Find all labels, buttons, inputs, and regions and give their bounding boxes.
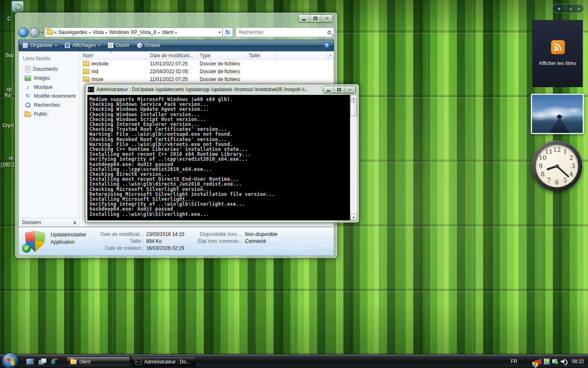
gadget-next-button[interactable]: ▶	[575, 7, 584, 11]
sidebar-item-music[interactable]: ♪ Musique	[19, 83, 80, 92]
chevron-right-icon[interactable]: ▸	[158, 31, 160, 34]
breadcrumb-segment[interactable]: Windows XP_Vista_8	[109, 29, 156, 35]
public-folder-icon	[24, 112, 31, 117]
rss-feed-gadget[interactable]: Afficher les titres	[532, 20, 583, 87]
sidebar-item-documents[interactable]: Documents	[19, 65, 80, 74]
window-caption-buttons: ×	[323, 86, 356, 93]
column-header-type[interactable]: Type	[197, 52, 246, 59]
desktop-icon-label[interactable]: C	[7, 16, 11, 22]
start-button[interactable]	[2, 353, 18, 368]
open-button[interactable]: Ouvrir	[104, 40, 133, 51]
forward-button[interactable]: →	[29, 27, 40, 38]
close-button[interactable]: ×	[345, 86, 355, 93]
taskbar-button-label: Administrateur : Do...	[144, 359, 190, 365]
column-header-size[interactable]: Taille	[246, 52, 277, 59]
rss-icon	[551, 40, 565, 54]
breadcrumb-segment[interactable]: Sauvegardes	[58, 29, 87, 35]
sidebar-item-recent[interactable]: ↻ Modifié récemment	[19, 92, 80, 101]
desktop-icon-label[interactable]: Ra	[4, 92, 11, 98]
breadcrumb-overflow[interactable]: «	[54, 29, 57, 35]
clock-number: 12	[553, 146, 561, 153]
refresh-button[interactable]: ↻	[223, 27, 233, 37]
sidebar-item-public[interactable]: Public	[19, 110, 80, 119]
chevron-right-icon[interactable]: ▸	[106, 31, 107, 34]
chevron-right-icon[interactable]: ▸	[89, 31, 91, 34]
rss-gadget-footer	[533, 76, 582, 87]
media-program-icon[interactable]	[543, 358, 550, 365]
address-bar: ← → ▾ « Sauvegardes ▸ Vista ▸ Windows XP…	[18, 27, 334, 38]
sidebar-item-label: Modifié récemment	[34, 93, 76, 99]
back-button[interactable]: ←	[18, 27, 29, 38]
scrollbar-thumb[interactable]	[350, 102, 357, 116]
clock-number: 2	[569, 154, 573, 162]
internet-explorer-icon[interactable]: e	[51, 357, 59, 366]
console-title-bar[interactable]: C:\ Administrateur : DoUpdate /updaterce…	[85, 84, 359, 95]
clock-number: 4	[569, 171, 573, 178]
console-line: Checking Windows Update Agent version...	[89, 107, 350, 112]
views-label: Affichages	[72, 43, 96, 48]
folder-icon	[83, 61, 89, 66]
gadget-prev-button[interactable]: ◀	[566, 7, 575, 11]
desktop-icon-label[interactable]: re	[9, 155, 13, 161]
search-input[interactable]	[238, 29, 327, 35]
minimize-button[interactable]	[298, 15, 310, 22]
search-icon[interactable]	[327, 31, 331, 34]
scroll-down-icon[interactable]: ▼	[350, 214, 357, 220]
organize-menu[interactable]: Organiser ▾	[19, 40, 60, 51]
show-desktop-icon[interactable]	[26, 359, 34, 365]
scroll-up-icon[interactable]: ▲	[350, 95, 357, 101]
taskbar-clock[interactable]: 08:22	[572, 359, 584, 364]
column-headers: ▲ Nom Date de modificati... Type Taille …	[80, 52, 334, 60]
breadcrumb-segment[interactable]: client	[162, 29, 173, 35]
console-line: Verifying integrity of ..\cpp\vcredist20…	[89, 157, 350, 162]
maximize-button[interactable]	[310, 15, 321, 22]
column-header-name[interactable]: ▲ Nom	[80, 52, 147, 59]
switch-windows-icon[interactable]	[38, 358, 47, 365]
desktop: C Sup cp Ra Cryst re (192.1 + ◀ ▶ Affich…	[0, 0, 588, 368]
maximize-button[interactable]	[334, 86, 345, 93]
language-indicator[interactable]: FR	[511, 359, 517, 364]
history-dropdown-icon[interactable]: ▾	[41, 31, 43, 34]
sidebar-item-searches[interactable]: Recherches	[19, 101, 80, 110]
desktop-icon-label[interactable]: cp	[7, 86, 12, 92]
chevron-up-icon: ∧	[73, 220, 76, 225]
photo-slideshow-gadget[interactable]	[531, 94, 584, 134]
desktop-icon-label[interactable]: Sup	[5, 52, 14, 58]
rss-gadget-label[interactable]: Afficher les titres	[533, 61, 582, 66]
sidebar-item-images[interactable]: Images	[19, 74, 80, 83]
desktop-icon-label[interactable]: Cryst	[2, 123, 14, 128]
breadcrumb[interactable]: « Sauvegardes ▸ Vista ▸ Windows XP_Vista…	[45, 27, 223, 37]
taskbar-button-client[interactable]: client	[67, 357, 130, 367]
burn-button[interactable]: Graver	[133, 40, 164, 51]
clock-number: 6	[555, 179, 559, 186]
console-scrollbar[interactable]: ▲ ▼	[350, 95, 357, 220]
analog-clock-gadget[interactable]: 12 1 2 3 4 5 6 7 8 9 10 11	[532, 141, 582, 191]
minimize-button[interactable]	[323, 86, 334, 93]
folder-icon	[70, 359, 77, 364]
folders-band[interactable]: Dossiers ∧	[19, 218, 80, 227]
breadcrumb-segment[interactable]: Vista	[93, 29, 103, 35]
detail-label: Taille :	[87, 238, 144, 244]
taskbar-button-console[interactable]: C:\ Administrateur : Do...	[131, 357, 196, 367]
views-menu[interactable]: Affichages ▾	[61, 40, 104, 51]
pictures-icon	[24, 76, 31, 81]
recycle-bin-icon[interactable]	[11, 1, 24, 12]
file-row-md[interactable]: md 22/04/2022 02:05 Dossier de fichiers	[80, 67, 334, 75]
scroll-up-icon[interactable]: ▲	[327, 52, 334, 60]
volume-icon[interactable]	[561, 358, 567, 365]
sidebar-item-label: Public	[34, 111, 47, 117]
breadcrumb-dropdown-icon[interactable]: ▾	[218, 30, 220, 34]
desktop-icon-label[interactable]: (192.1	[1, 162, 15, 168]
document-icon	[108, 43, 114, 48]
close-button[interactable]: ×	[321, 15, 333, 22]
file-row-msse[interactable]: msse 11/01/2022 07:25 Dossier de fichier…	[80, 75, 334, 83]
chevron-right-icon[interactable]: ▸	[175, 31, 177, 34]
help-button[interactable]: ?	[324, 42, 330, 49]
quick-launch: e	[26, 357, 64, 366]
column-header-date[interactable]: Date de modificati...	[147, 52, 197, 59]
file-row-exclude[interactable]: exclude 11/01/2022 07:25 Dossier de fich…	[80, 60, 334, 67]
add-gadget-button[interactable]: +	[552, 6, 566, 12]
favorites-header: Liens favoris	[19, 52, 80, 65]
network-icon[interactable]	[552, 358, 559, 365]
documents-icon	[25, 66, 30, 72]
